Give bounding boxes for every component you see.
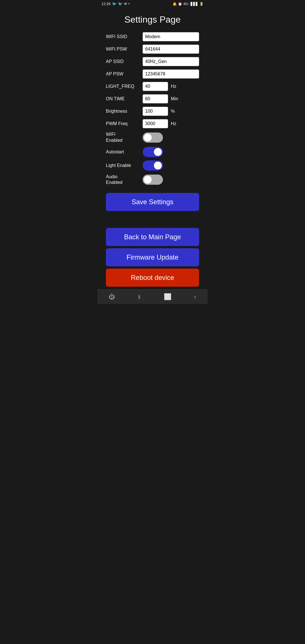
light-freq-label: LIGHT_FREQ	[106, 84, 140, 89]
autostart-label: Autostart	[106, 149, 140, 155]
home-icon[interactable]: ⬜	[164, 293, 171, 301]
light-freq-unit: Hz	[171, 84, 179, 89]
light-enable-row: Light Enable	[106, 159, 199, 172]
on-time-label: ON TIME	[106, 96, 140, 101]
back-to-main-button[interactable]: Back to Main Page	[106, 228, 199, 246]
wifi-enabled-row: WIFIEnabled	[106, 130, 199, 145]
dot-indicator: •	[128, 2, 130, 6]
reboot-device-button[interactable]: Reboot device	[106, 269, 199, 287]
ap-ssid-row: AP SSID	[106, 55, 199, 68]
autostart-toggle[interactable]	[143, 147, 163, 157]
ap-psw-label: AP PSW	[106, 71, 140, 77]
battery-icon: 🔋	[199, 2, 204, 6]
alarm-icon: ⏰	[178, 2, 182, 6]
on-time-input[interactable]	[143, 94, 168, 103]
brightness-row: Brightness %	[106, 105, 199, 118]
audio-enabled-toggle[interactable]	[143, 175, 163, 185]
light-freq-row: LIGHT_FREQ Hz	[106, 80, 199, 93]
bottom-nav: ⏻ ⫾ ⬜ ‹	[97, 290, 208, 304]
wifi-enabled-toggle[interactable]	[143, 132, 163, 143]
wifi-psw-row: WIFI PSW	[106, 43, 199, 55]
audio-enabled-slider	[143, 175, 163, 185]
brightness-input[interactable]	[143, 107, 168, 116]
alert-icon: 🔔	[173, 2, 177, 6]
status-right: 🔔 ⏰ 4G↑ ▋▋▋ 🔋	[173, 2, 204, 6]
wifi-enabled-label: WIFIEnabled	[106, 132, 140, 143]
ap-psw-input[interactable]	[143, 69, 199, 79]
on-time-row: ON TIME Min	[106, 93, 199, 105]
mail-icon: ✉	[124, 2, 127, 6]
pwm-freq-row: PWM Freq Hz	[106, 118, 199, 130]
ap-psw-row: AP PSW	[106, 68, 199, 80]
app-icon-1: 🐦	[118, 2, 123, 6]
pwm-freq-unit: Hz	[171, 121, 179, 126]
menu-icon[interactable]: ⫾	[138, 293, 141, 301]
pwm-freq-input[interactable]	[143, 119, 168, 128]
wifi-psw-input[interactable]	[143, 45, 199, 54]
ap-ssid-label: AP SSID	[106, 59, 140, 64]
bottom-buttons-section: Back to Main Page Firmware Update Reboot…	[97, 222, 208, 290]
status-left: 12:26 🐦 🐦 ✉ •	[101, 2, 130, 6]
light-enable-toggle[interactable]	[143, 160, 163, 171]
page-title: Settings Page	[97, 8, 208, 31]
firmware-update-button[interactable]: Firmware Update	[106, 248, 199, 266]
audio-enabled-row: AudioEnabled	[106, 172, 199, 188]
twitter-icon: 🐦	[112, 2, 117, 6]
light-freq-input[interactable]	[143, 82, 168, 91]
time-display: 12:26	[101, 2, 111, 6]
power-icon[interactable]: ⏻	[109, 293, 115, 301]
wifi-ssid-label: WIFI SSID	[106, 34, 140, 39]
autostart-row: Autostart	[106, 145, 199, 159]
save-settings-button[interactable]: Save Settings	[106, 193, 199, 211]
settings-form: WIFI SSID WIFI PSW AP SSID AP PSW LIGHT_…	[97, 31, 208, 187]
pwm-freq-label: PWM Freq	[106, 121, 140, 126]
autostart-slider	[143, 147, 163, 157]
wifi-ssid-row: WIFI SSID	[106, 31, 199, 43]
audio-enabled-label: AudioEnabled	[106, 174, 140, 186]
light-enable-label: Light Enable	[106, 163, 140, 168]
wifi-enabled-slider	[143, 132, 163, 143]
on-time-unit: Min	[171, 96, 179, 101]
back-icon[interactable]: ‹	[194, 293, 196, 301]
status-bar: 12:26 🐦 🐦 ✉ • 🔔 ⏰ 4G↑ ▋▋▋ 🔋	[97, 0, 208, 8]
light-enable-slider	[143, 160, 163, 171]
signal-4g-icon: 4G↑	[183, 2, 189, 6]
brightness-label: Brightness	[106, 109, 140, 114]
brightness-unit: %	[171, 109, 179, 114]
signal-bars-icon: ▋▋▋	[191, 2, 198, 6]
wifi-psw-label: WIFI PSW	[106, 47, 140, 52]
wifi-ssid-input[interactable]	[143, 32, 199, 41]
save-section: Save Settings	[97, 187, 208, 217]
ap-ssid-input[interactable]	[143, 57, 199, 66]
